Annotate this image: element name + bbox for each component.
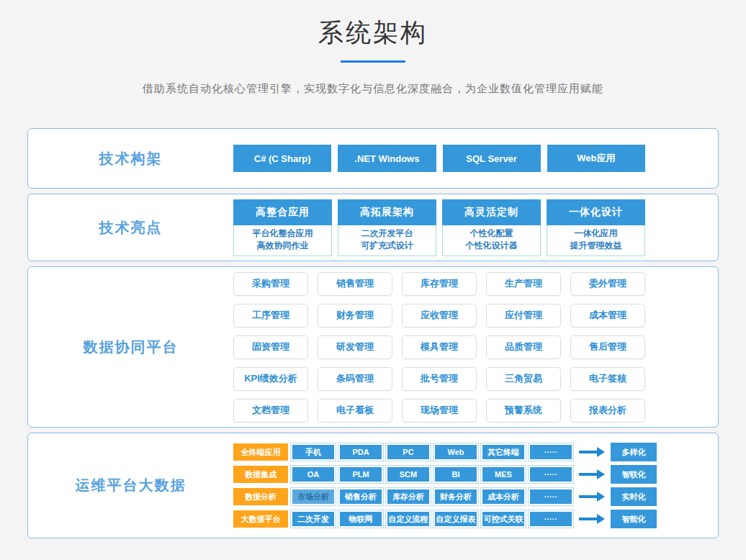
ops-item-chip: Web: [433, 443, 478, 461]
highlight-card-line: 一体化应用: [547, 227, 644, 240]
ops-row-integration: 数据集成 OA PLM SCM BI MES ····· 智联化: [233, 465, 670, 484]
ops-platform-label: 运维平台大数据: [28, 476, 233, 495]
module-button: 模具管理: [402, 335, 477, 359]
module-button: 工序管理: [233, 304, 308, 328]
highlight-card-line: 高效协同作业: [234, 240, 331, 252]
module-button: 条码管理: [318, 367, 392, 391]
highlight-card-title: 一体化设计: [547, 199, 645, 225]
highlight-card-title: 高整合应用: [233, 199, 332, 225]
ops-item-chip: SCM: [386, 466, 431, 483]
highlight-card-line: 平台化整合应用: [234, 227, 331, 240]
tech-framework-buttons: C# (C Sharp) .NET Windows SQL Server Web…: [233, 145, 645, 172]
ops-item-chip: 市场分析: [291, 488, 336, 505]
tech-highlights-label: 技术亮点: [28, 218, 233, 238]
ops-result-chip: 实时化: [611, 487, 657, 506]
arrow-right-icon: [579, 514, 605, 524]
module-button: 现场管理: [402, 399, 477, 423]
tech-button-csharp: C# (C Sharp): [233, 145, 331, 172]
ops-item-chip: 财务分析: [433, 488, 478, 505]
module-button: 生产管理: [486, 272, 561, 296]
ops-item-chip-ellipsis: ·····: [529, 488, 573, 505]
tech-highlights-cards: 高整合应用 平台化整合应用 高效协同作业 高拓展架构 二次开发平台 可扩充式设计…: [233, 199, 645, 256]
ops-row-terminals: 全终端应用 手机 PDA PC Web 其它终端 ····· 多样化: [233, 443, 670, 461]
highlight-card-line: 二次开发平台: [338, 227, 436, 240]
arrow-right-icon: [579, 469, 605, 479]
highlight-card-body: 二次开发平台 可扩充式设计: [338, 225, 436, 256]
tech-button-web-app: Web应用: [547, 145, 645, 172]
module-button: 应付管理: [486, 304, 561, 328]
module-button: 库存管理: [402, 272, 477, 296]
title-underline-divider: [341, 60, 405, 63]
ops-item-chip: BI: [433, 466, 478, 483]
ops-item-chip: 可控式关联: [481, 510, 526, 528]
highlight-card-line: 个性化配置: [443, 227, 540, 240]
module-button: 批号管理: [402, 367, 477, 391]
highlight-card-line: 个性化设计器: [443, 240, 540, 252]
ops-category-chip: 数据分析: [233, 488, 288, 505]
page-title: 系统架构: [0, 16, 746, 50]
ops-result-chip: 多样化: [611, 443, 657, 461]
ops-item-chip: PC: [386, 443, 431, 461]
highlight-card-body: 平台化整合应用 高效协同作业: [233, 225, 332, 256]
highlight-card-line: 提升管理效益: [547, 240, 644, 252]
section-data-platform: 数据协同平台 采购管理 销售管理 库存管理 生产管理 委外管理 工序管理 财务管…: [27, 266, 719, 428]
ops-item-chip: 二次开发: [291, 510, 336, 528]
module-button: KPI绩效分析: [233, 367, 308, 391]
ops-item-chip: OA: [291, 466, 336, 483]
highlight-card-title: 高灵活定制: [442, 199, 541, 225]
module-button: 电子看板: [318, 399, 392, 423]
ops-item-chip: PDA: [338, 443, 383, 461]
tech-button-dotnet-windows: .NET Windows: [338, 145, 436, 172]
ops-item-chip: PLM: [338, 466, 383, 483]
ops-item-chip: 自定义报表: [433, 510, 478, 528]
ops-item-chip: 其它终端: [481, 443, 526, 461]
highlight-card: 高拓展架构 二次开发平台 可扩充式设计: [338, 199, 436, 256]
highlight-card-line: 可扩充式设计: [338, 240, 436, 252]
module-button: 预警系统: [486, 399, 561, 423]
section-tech-framework: 技术构架 C# (C Sharp) .NET Windows SQL Serve…: [27, 128, 719, 189]
module-button: 委外管理: [570, 272, 645, 296]
ops-item-chip: 手机: [291, 443, 336, 461]
module-button: 财务管理: [318, 304, 392, 328]
ops-item-chip: 物联网: [338, 510, 383, 528]
ops-item-chip: 自定义流程: [386, 510, 431, 528]
highlight-card-body: 一体化应用 提升管理效益: [547, 225, 645, 256]
ops-category-chip: 数据集成: [233, 466, 288, 483]
data-platform-label: 数据协同平台: [28, 338, 233, 357]
ops-item-chip-ellipsis: ·····: [529, 510, 573, 528]
module-button: 应收管理: [402, 304, 477, 328]
module-button: 售后管理: [570, 335, 645, 359]
ops-result-chip: 智能化: [611, 510, 657, 528]
ops-item-chip: 销售分析: [338, 488, 383, 505]
ops-row-analysis: 数据分析 市场分析 销售分析 库存分析 财务分析 成本分析 ····· 实时化: [233, 487, 670, 506]
arrow-right-icon: [579, 447, 605, 457]
module-button: 文档管理: [233, 399, 308, 423]
module-button: 采购管理: [233, 272, 308, 296]
highlight-card-title: 高拓展架构: [338, 199, 436, 225]
highlight-card: 一体化设计 一体化应用 提升管理效益: [547, 199, 645, 256]
highlight-card: 高灵活定制 个性化配置 个性化设计器: [442, 199, 541, 256]
module-button: 品质管理: [486, 335, 561, 359]
highlight-card: 高整合应用 平台化整合应用 高效协同作业: [233, 199, 332, 256]
module-button: 报表分析: [570, 399, 645, 423]
module-button: 三角贸易: [486, 367, 561, 391]
arrow-right-icon: [579, 492, 605, 502]
page-header: 系统架构 借助系统自动化核心管理引擎，实现数字化与信息化深度融合，为企业数值化管…: [0, 0, 746, 96]
tech-framework-label: 技术构架: [28, 149, 233, 168]
ops-item-chip: 库存分析: [386, 488, 431, 505]
module-button: 销售管理: [318, 272, 392, 296]
ops-item-chip-ellipsis: ·····: [529, 466, 573, 483]
module-button: 研发管理: [318, 335, 392, 359]
tech-button-sql-server: SQL Server: [443, 145, 541, 172]
module-button: 固资管理: [233, 335, 308, 359]
ops-platform-rows: 全终端应用 手机 PDA PC Web 其它终端 ····· 多样化 数据集成 …: [233, 443, 670, 528]
module-button: 电子签核: [570, 367, 645, 391]
ops-category-chip: 大数据平台: [233, 510, 288, 528]
section-ops-platform: 运维平台大数据 全终端应用 手机 PDA PC Web 其它终端 ····· 多…: [27, 433, 719, 538]
ops-result-chip: 智联化: [611, 465, 657, 484]
data-platform-module-grid: 采购管理 销售管理 库存管理 生产管理 委外管理 工序管理 财务管理 应收管理 …: [233, 272, 645, 423]
module-button: 成本管理: [570, 304, 645, 328]
ops-item-chip: 成本分析: [481, 488, 526, 505]
section-tech-highlights: 技术亮点 高整合应用 平台化整合应用 高效协同作业 高拓展架构 二次开发平台 可…: [27, 194, 719, 261]
ops-category-chip: 全终端应用: [233, 443, 288, 461]
